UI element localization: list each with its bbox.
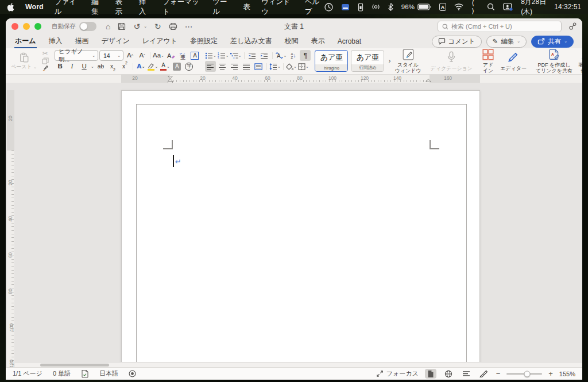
- character-shading-button[interactable]: A: [172, 61, 183, 72]
- horizontal-scrollbar[interactable]: [15, 362, 582, 367]
- word-count[interactable]: 0 単語: [53, 369, 71, 378]
- minimize-button[interactable]: [23, 23, 30, 30]
- menubar-extra-3-icon[interactable]: [358, 3, 363, 11]
- presence-share-icon[interactable]: [568, 22, 577, 30]
- menubar-date[interactable]: 8月28日(木): [521, 0, 546, 17]
- zoom-level[interactable]: 155%: [559, 371, 575, 377]
- tab-view[interactable]: 表示: [311, 34, 326, 48]
- paste-button[interactable]: ペースト ⌄: [8, 49, 40, 72]
- font-name-select[interactable]: ヒラギノ明... ⌄: [55, 50, 98, 61]
- format-painter-icon[interactable]: [40, 64, 51, 72]
- show-formatting-marks-button[interactable]: ¶: [300, 50, 311, 61]
- tab-insert[interactable]: 挿入: [48, 34, 63, 48]
- tab-acrobat[interactable]: Acrobat: [337, 36, 362, 48]
- addins-button[interactable]: アドイン: [479, 49, 497, 72]
- tab-layout[interactable]: レイアウト: [142, 34, 178, 48]
- page-count[interactable]: 1/1 ページ: [13, 369, 42, 378]
- copy-icon[interactable]: [40, 57, 51, 65]
- more-commands-icon[interactable]: ⋯: [185, 22, 193, 30]
- cut-icon[interactable]: ✂: [40, 50, 51, 57]
- dictation-button[interactable]: ディクテーション: [428, 49, 475, 72]
- close-button[interactable]: [11, 23, 18, 30]
- language-status[interactable]: 日本語: [99, 369, 118, 378]
- styles-gallery-more-icon[interactable]: ›: [387, 57, 392, 65]
- zoom-in-button[interactable]: +: [548, 369, 553, 378]
- tab-mailings[interactable]: 差し込み文書: [230, 34, 273, 48]
- editing-mode-button[interactable]: ✎ 編集 ⌄: [486, 36, 527, 48]
- menubar-time[interactable]: 14:32:51: [554, 3, 581, 11]
- strikethrough-button[interactable]: ab: [95, 61, 106, 72]
- text-effects-button[interactable]: A⌄: [136, 61, 146, 72]
- numbered-list-button[interactable]: 123 ⌄: [218, 50, 229, 61]
- print-icon[interactable]: [169, 22, 177, 30]
- save-icon[interactable]: [118, 22, 126, 30]
- justify-button[interactable]: [241, 61, 252, 72]
- enclose-characters-button[interactable]: 字: [184, 61, 195, 72]
- menu-edit[interactable]: 編集: [91, 0, 104, 17]
- horizontal-ruler[interactable]: 20 20 40 60 80 100 120 140 160: [6, 75, 582, 83]
- document-page[interactable]: ↵: [121, 90, 480, 367]
- shrink-font-button[interactable]: Aˇ: [137, 50, 148, 61]
- menubar-extra-2-icon[interactable]: [341, 3, 350, 11]
- align-center-button[interactable]: [217, 61, 228, 72]
- apple-menu-icon[interactable]: [7, 3, 14, 11]
- font-size-select[interactable]: 14 ⌄: [99, 50, 123, 61]
- print-layout-view-button[interactable]: [425, 369, 436, 379]
- search-input[interactable]: 検索 (Cmd + Ctrl + U): [438, 21, 562, 32]
- input-source-icon[interactable]: A: [439, 3, 446, 11]
- right-indent-marker[interactable]: [425, 79, 431, 82]
- battery-status[interactable]: 96%: [401, 3, 431, 10]
- subscript-button[interactable]: x2: [107, 61, 118, 72]
- sort-button[interactable]: AZ ↓: [288, 50, 299, 61]
- redo-icon[interactable]: ↻: [154, 22, 161, 30]
- proofing-status-icon[interactable]: [81, 369, 89, 378]
- menu-tools[interactable]: ツール: [212, 0, 232, 17]
- vertical-ruler[interactable]: 20 20 40 60 80 100 120: [7, 90, 14, 367]
- asian-layout-button[interactable]: A ⌄: [275, 50, 287, 61]
- menu-file[interactable]: ファイル: [55, 0, 81, 17]
- menu-table[interactable]: 表: [243, 2, 250, 12]
- font-color-button[interactable]: A ⌄: [160, 61, 171, 72]
- bold-button[interactable]: B: [55, 61, 65, 72]
- line-spacing-button[interactable]: ⌄: [269, 61, 281, 72]
- autosave-toggle[interactable]: [79, 22, 96, 31]
- underline-chevron-icon[interactable]: ⌄: [91, 64, 94, 69]
- style-no-spacing[interactable]: あア亜 行間詰め: [351, 50, 384, 72]
- distribute-text-button[interactable]: [253, 61, 264, 72]
- menubar-extra-1-icon[interactable]: [324, 3, 333, 11]
- superscript-button[interactable]: x2: [119, 61, 130, 72]
- highlight-button[interactable]: ⌄: [148, 61, 158, 72]
- menu-window[interactable]: ウィンドウ: [261, 0, 294, 17]
- bluetooth-icon[interactable]: [388, 3, 393, 11]
- web-layout-view-button[interactable]: [443, 369, 454, 379]
- zoom-slider-knob[interactable]: [524, 371, 531, 377]
- undo-chevron-icon[interactable]: ⌄: [144, 24, 147, 29]
- home-icon[interactable]: ⌂: [106, 22, 110, 30]
- phonetic-guide-button[interactable]: アイ亜: [177, 50, 188, 61]
- fullscreen-button[interactable]: [34, 23, 41, 30]
- comments-button[interactable]: コメント: [432, 36, 482, 48]
- align-right-button[interactable]: [229, 61, 240, 72]
- user-switch-icon[interactable]: [503, 3, 513, 11]
- scrollbar-thumb[interactable]: [40, 364, 109, 366]
- editor-button[interactable]: エディター: [497, 49, 529, 72]
- italic-button[interactable]: I: [67, 61, 78, 72]
- draft-view-button[interactable]: [478, 369, 490, 379]
- style-window-button[interactable]: スタイルウィンドウ: [392, 49, 424, 72]
- align-left-button[interactable]: [205, 61, 216, 72]
- grow-font-button[interactable]: A^: [125, 50, 136, 61]
- focus-mode-button[interactable]: フォーカス: [376, 369, 419, 378]
- multilevel-list-button[interactable]: ⌄: [230, 50, 242, 61]
- outline-view-button[interactable]: [461, 369, 472, 379]
- shading-fill-button[interactable]: ⌄: [286, 61, 297, 72]
- share-button[interactable]: 共有 ⌄: [531, 36, 574, 48]
- decrease-indent-button[interactable]: [247, 50, 258, 61]
- tab-design[interactable]: デザイン: [101, 34, 130, 48]
- increase-indent-button[interactable]: [259, 50, 270, 61]
- menu-app-name[interactable]: Word: [25, 3, 44, 11]
- bullet-list-button[interactable]: ⌄: [205, 50, 216, 61]
- spotlight-search-icon[interactable]: [487, 3, 495, 11]
- clear-formatting-button[interactable]: A: [165, 50, 176, 61]
- underline-button[interactable]: U: [79, 61, 90, 72]
- tab-review[interactable]: 校閲: [284, 34, 299, 48]
